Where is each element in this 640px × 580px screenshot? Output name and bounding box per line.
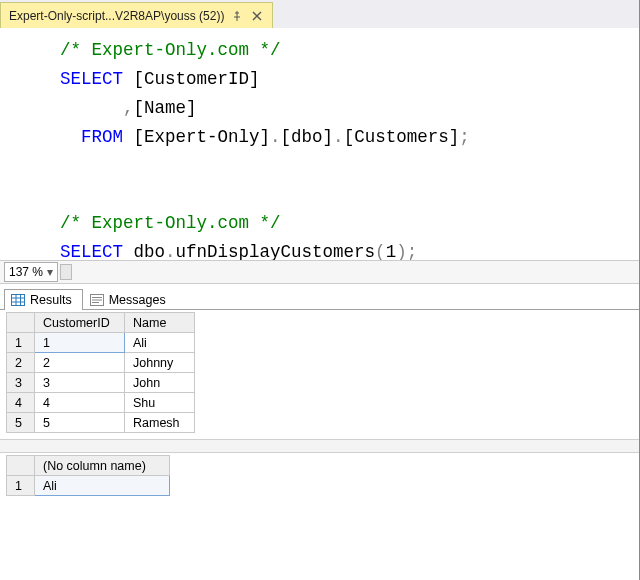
results-table[interactable]: (No column name) 1 Ali <box>6 455 170 496</box>
svg-rect-0 <box>12 295 25 306</box>
cell-value[interactable]: Ali <box>35 476 170 496</box>
identifier-db: [Expert-Only] <box>134 127 271 147</box>
row-number: 3 <box>7 373 35 393</box>
zoom-value: 137 % <box>9 265 43 279</box>
function-arg: 1 <box>386 242 397 260</box>
split-handle[interactable] <box>60 264 72 280</box>
keyword-select: SELECT <box>60 242 123 260</box>
column-customerid: [CustomerID] <box>134 69 260 89</box>
cell-customerid[interactable]: 1 <box>35 333 125 353</box>
zoom-bar: 137 % ▾ <box>0 260 639 284</box>
row-number: 1 <box>7 333 35 353</box>
column-name: [Name] <box>134 98 197 118</box>
app-root: Expert-Only-script...V2R8AP\youss (52)) … <box>0 0 640 580</box>
table-row[interactable]: 3 3 John <box>7 373 195 393</box>
column-header-unnamed[interactable]: (No column name) <box>35 456 170 476</box>
code-comment: /* Expert-Only.com */ <box>60 40 281 60</box>
cell-name[interactable]: Johnny <box>125 353 195 373</box>
cell-name[interactable]: John <box>125 373 195 393</box>
results-pane: CustomerID Name 1 1 Ali 2 2 Johnny 3 3 J… <box>0 310 639 580</box>
tab-results-label: Results <box>30 293 72 307</box>
document-tab-title: Expert-Only-script...V2R8AP\youss (52)) <box>9 9 224 23</box>
chevron-down-icon: ▾ <box>47 265 53 279</box>
document-tab[interactable]: Expert-Only-script...V2R8AP\youss (52)) <box>0 2 273 28</box>
identifier-table: [Customers] <box>344 127 460 147</box>
document-tabstrip: Expert-Only-script...V2R8AP\youss (52)) <box>0 0 639 28</box>
function-name: ufnDisplayCustomers <box>176 242 376 260</box>
cell-customerid[interactable]: 5 <box>35 413 125 433</box>
results-table[interactable]: CustomerID Name 1 1 Ali 2 2 Johnny 3 3 J… <box>6 312 195 433</box>
cell-name[interactable]: Shu <box>125 393 195 413</box>
row-number: 5 <box>7 413 35 433</box>
keyword-from: FROM <box>81 127 123 147</box>
tab-results[interactable]: Results <box>4 289 83 310</box>
cell-name[interactable]: Ali <box>125 333 195 353</box>
pin-icon[interactable] <box>230 9 244 23</box>
column-header-customerid[interactable]: CustomerID <box>35 313 125 333</box>
tab-messages-label: Messages <box>109 293 166 307</box>
cell-name[interactable]: Ramesh <box>125 413 195 433</box>
table-header-row: (No column name) <box>7 456 170 476</box>
identifier-schema: [dbo] <box>281 127 334 147</box>
comma: , <box>123 98 134 118</box>
table-row[interactable]: 5 5 Ramesh <box>7 413 195 433</box>
tab-messages[interactable]: Messages <box>83 289 177 310</box>
table-row[interactable]: 1 Ali <box>7 476 170 496</box>
cell-customerid[interactable]: 2 <box>35 353 125 373</box>
row-number: 2 <box>7 353 35 373</box>
keyword-select: SELECT <box>60 69 123 89</box>
close-icon[interactable] <box>250 9 264 23</box>
result-splitter[interactable] <box>0 439 639 453</box>
table-header-row: CustomerID Name <box>7 313 195 333</box>
code-comment: /* Expert-Only.com */ <box>60 213 281 233</box>
table-row[interactable]: 4 4 Shu <box>7 393 195 413</box>
column-header-name[interactable]: Name <box>125 313 195 333</box>
results-tabstrip: Results Messages <box>0 284 639 310</box>
table-row[interactable]: 2 2 Johnny <box>7 353 195 373</box>
messages-icon <box>90 294 104 306</box>
table-row[interactable]: 1 1 Ali <box>7 333 195 353</box>
rownum-header[interactable] <box>7 456 35 476</box>
grid-icon <box>11 294 25 306</box>
row-number: 1 <box>7 476 35 496</box>
cell-customerid[interactable]: 3 <box>35 373 125 393</box>
rownum-header[interactable] <box>7 313 35 333</box>
result-grid-1: CustomerID Name 1 1 Ali 2 2 Johnny 3 3 J… <box>0 310 639 439</box>
row-number: 4 <box>7 393 35 413</box>
cell-customerid[interactable]: 4 <box>35 393 125 413</box>
schema-ref: dbo <box>134 242 166 260</box>
zoom-dropdown[interactable]: 137 % ▾ <box>4 262 58 282</box>
sql-editor[interactable]: /* Expert-Only.com */ SELECT [CustomerID… <box>0 28 639 260</box>
result-grid-2: (No column name) 1 Ali <box>0 453 639 502</box>
